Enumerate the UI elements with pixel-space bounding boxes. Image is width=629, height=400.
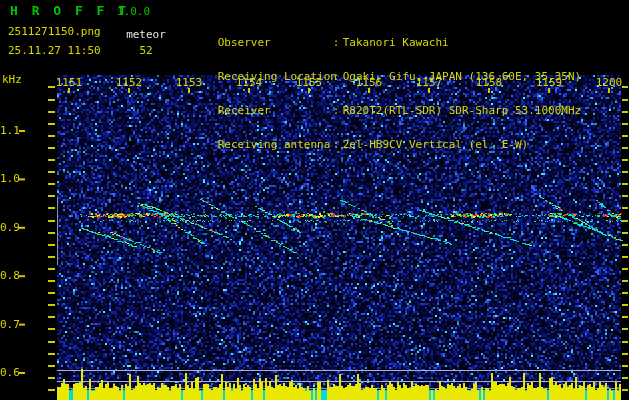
hrofft-window: H R O F F T 1.0.0 2511271150.png meteor …: [0, 0, 629, 400]
x-tick-label: 1155: [293, 77, 325, 88]
info-value: R820T2(RTL-SDR) SDR-Sharp 53.1000MHz: [343, 104, 581, 117]
y-tick-label: 0.9: [0, 222, 19, 233]
y-tick-label: 1.1: [0, 125, 19, 136]
info-row-receiver: Receiver:R820T2(RTL-SDR) SDR-Sharp 53.10…: [178, 94, 581, 106]
info-label: Receiving antenna: [218, 139, 333, 150]
x-tick-label: 1153: [173, 77, 205, 88]
info-label: Observer: [218, 37, 333, 48]
y-tick-label: 0.6: [0, 367, 19, 378]
app-title: H R O F F T: [10, 4, 129, 17]
output-filename: 2511271150.png: [8, 26, 101, 37]
observation-datetime: 25.11.27 11:50: [8, 45, 101, 56]
info-value: 2el-HB9CV Vertical (el. E-W): [343, 138, 528, 151]
y-tick-label: 1.0: [0, 173, 19, 184]
info-value: Takanori Kawachi: [343, 36, 449, 49]
x-tick-label: 1154: [233, 77, 265, 88]
y-axis-unit-label: kHz: [2, 74, 22, 85]
info-separator: :: [333, 139, 343, 150]
x-tick-label: 1151: [53, 77, 85, 88]
info-separator: :: [333, 37, 343, 48]
x-tick-label: 1152: [113, 77, 145, 88]
x-tick-label: 1158: [473, 77, 505, 88]
info-separator: :: [333, 105, 343, 116]
x-tick-label: 1200: [593, 77, 625, 88]
meteor-count-label: meteor: [124, 29, 168, 40]
x-tick-label: 1157: [413, 77, 445, 88]
y-tick-label: 0.7: [0, 319, 19, 330]
info-row-antenna: Receiving antenna:2el-HB9CV Vertical (el…: [178, 128, 581, 140]
meteor-count-value: 52: [124, 45, 168, 56]
info-label: Receiver: [218, 105, 333, 116]
app-version: 1.0.0: [117, 6, 150, 17]
info-row-observer: Observer:Takanori Kawachi: [178, 26, 581, 38]
y-tick-label: 0.8: [0, 270, 19, 281]
x-tick-label: 1159: [533, 77, 565, 88]
x-tick-label: 1156: [353, 77, 385, 88]
info-row-location: Receiving Location:Ogaki, Gifu, JAPAN (1…: [178, 60, 581, 72]
info-separator: :: [333, 71, 343, 82]
